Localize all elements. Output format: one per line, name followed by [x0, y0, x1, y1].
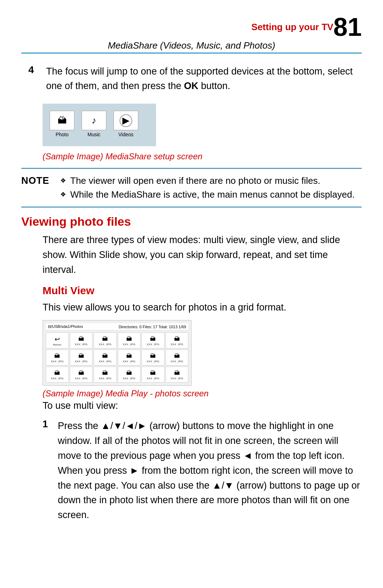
mv-cell: 🏔 XXX .JPG [94, 350, 117, 366]
page-header: Setting up your TV 81 [21, 14, 362, 40]
page-container: Setting up your TV 81 MediaShare (Videos… [0, 0, 383, 588]
step-1-number: 1 [43, 419, 51, 523]
step-1-text: Press the ▲/▼/◄/► (arrow) buttons to mov… [58, 419, 362, 523]
subsection-heading-multiview: Multi View [43, 285, 362, 297]
section-intro-text: There are three types of view modes: mul… [43, 233, 362, 277]
cell-label: XXX .JPG [51, 377, 63, 380]
mv-cell: 🏔 XXX .JPG [118, 350, 141, 366]
photo-thumb-icon: 🏔 [126, 336, 132, 342]
music-icon-box: ♪ [82, 111, 106, 130]
mv-cell: 🏔 XXX .JPG [141, 333, 165, 348]
photo-thumb-icon: 🏔 [126, 353, 132, 359]
photo-icon: 🏔 [57, 115, 67, 126]
header-texts: Setting up your TV [251, 22, 333, 33]
step-4-number: 4 [28, 64, 39, 93]
use-multiview-label: To use multi view: [43, 399, 362, 413]
videos-icon-item: ▶ Videos [113, 111, 138, 137]
photo-thumb-icon: 🏔 [54, 370, 60, 376]
media-icons-row: 🏔 Photo ♪ Music ▶ Videos [50, 111, 138, 137]
mv-return-cell: ↩ Return [46, 333, 69, 348]
return-label: Return [53, 343, 61, 346]
music-icon-item: ♪ Music [82, 111, 106, 137]
photo-icon-item: 🏔 Photo [50, 111, 74, 137]
mv-cell: 🏔 XXX .JPG [94, 333, 117, 348]
mv-cell: 🏔 XXX .JPG [70, 333, 93, 348]
ok-bold: OK [184, 81, 199, 91]
step-4-section: 4 The focus will jump to one of the supp… [28, 64, 362, 93]
videos-icon: ▶ [120, 114, 132, 127]
cell-label: XXX .JPG [99, 343, 111, 346]
note-item-2: ❖ While the MediaShare is active, the ma… [60, 189, 355, 200]
mv-header: ⊟/USB/sda1/Photos Directories: 0 Files: … [46, 323, 188, 330]
mv-info: Directories: 0 Files: 17 Total: 1013 1/6… [118, 325, 186, 329]
mv-cell: 🏔 XXX .JPG [94, 367, 117, 383]
note-item-1: ❖ The viewer will open even if there are… [60, 175, 355, 186]
step-1-item: 1 Press the ▲/▼/◄/► (arrow) buttons to m… [43, 419, 362, 523]
multiview-screenshot: ⊟/USB/sda1/Photos Directories: 0 Files: … [43, 320, 192, 386]
mv-cell: 🏔 XXX .JPG [166, 350, 189, 366]
cell-label: XXX .JPG [146, 360, 159, 363]
cell-label: XXX .JPG [123, 343, 135, 346]
music-icon-label: Music [88, 132, 101, 137]
note-text-2: While the MediaShare is active, the main… [70, 189, 355, 200]
photo-thumb-icon: 🏔 [102, 336, 108, 342]
mv-cell: 🏔 XXX .JPG [141, 350, 165, 366]
bullet-2: ❖ [60, 191, 67, 198]
cell-label: XXX .JPG [171, 343, 183, 346]
photo-thumb-icon: 🏔 [174, 336, 180, 342]
mediashare-sample-image: 🏔 Photo ♪ Music ▶ Videos [43, 104, 156, 146]
photo-thumb-icon: 🏔 [102, 370, 108, 376]
blue-divider-2 [21, 207, 362, 208]
cell-label: XXX .JPG [75, 377, 88, 380]
note-content: ❖ The viewer will open even if there are… [60, 175, 355, 200]
cell-label: XXX .JPG [75, 343, 88, 346]
multiview-intro-text: This view allows you to search for photo… [43, 300, 362, 315]
note-text-1: The viewer will open even if there are n… [70, 175, 320, 186]
sample-caption-2: (Sample Image) Media Play - photos scree… [43, 389, 362, 399]
page-number: 81 [333, 14, 362, 40]
mv-cell: 🏔 XXX .JPG [46, 350, 69, 366]
photo-thumb-icon: 🏔 [174, 370, 180, 376]
videos-icon-box: ▶ [113, 111, 138, 130]
cell-label: XXX .JPG [99, 360, 111, 363]
cell-label: XXX .JPG [123, 360, 135, 363]
header-setting-label: Setting up your TV [251, 22, 333, 33]
mv-cell: 🏔 XXX .JPG [166, 333, 189, 348]
photo-thumb-icon: 🏔 [54, 353, 60, 359]
photo-icon-label: Photo [56, 132, 69, 137]
photo-thumb-icon: 🏔 [78, 353, 84, 359]
photo-thumb-icon: 🏔 [150, 370, 156, 376]
header-subtitle: MediaShare (Videos, Music, and Photos) [108, 40, 275, 51]
note-label: NOTE [21, 175, 53, 186]
mv-cell: 🏔 XXX .JPG [70, 350, 93, 366]
cell-label: XXX .JPG [123, 377, 135, 380]
mv-cell: 🏔 XXX .JPG [166, 367, 189, 383]
photo-thumb-icon: 🏔 [150, 353, 156, 359]
sample-caption-1: (Sample Image) MediaShare setup screen [43, 152, 362, 161]
mv-cell: 🏔 XXX .JPG [141, 367, 165, 383]
cell-label: XXX .JPG [51, 360, 63, 363]
cell-label: XXX .JPG [146, 377, 159, 380]
videos-icon-label: Videos [118, 132, 134, 137]
note-section: NOTE ❖ The viewer will open even if ther… [21, 175, 362, 200]
mv-cell: 🏔 XXX .JPG [118, 367, 141, 383]
bullet-1: ❖ [60, 177, 67, 185]
mv-cell: 🏔 XXX .JPG [118, 333, 141, 348]
section-heading-viewing: Viewing photo files [21, 215, 362, 229]
photo-thumb-icon: 🏔 [126, 370, 132, 376]
photo-thumb-icon: 🏔 [150, 336, 156, 342]
cell-label: XXX .JPG [75, 360, 88, 363]
cell-label: XXX .JPG [99, 377, 111, 380]
mv-cell: 🏔 XXX .JPG [46, 367, 69, 383]
step-4-text: The focus will jump to one of the suppor… [46, 64, 362, 93]
photo-thumb-icon: 🏔 [174, 353, 180, 359]
cell-label: XXX .JPG [171, 360, 183, 363]
mv-path: ⊟/USB/sda1/Photos [48, 324, 83, 329]
cell-label: XXX .JPG [171, 377, 183, 380]
mv-cell: 🏔 XXX .JPG [70, 367, 93, 383]
photo-thumb-icon: 🏔 [102, 353, 108, 359]
page-number-block: 81 [333, 14, 362, 40]
mv-grid: ↩ Return 🏔 XXX .JPG 🏔 XXX .JPG 🏔 XXX .JP… [46, 333, 188, 383]
photo-thumb-icon: 🏔 [78, 370, 84, 376]
photo-thumb-icon: 🏔 [78, 336, 84, 342]
